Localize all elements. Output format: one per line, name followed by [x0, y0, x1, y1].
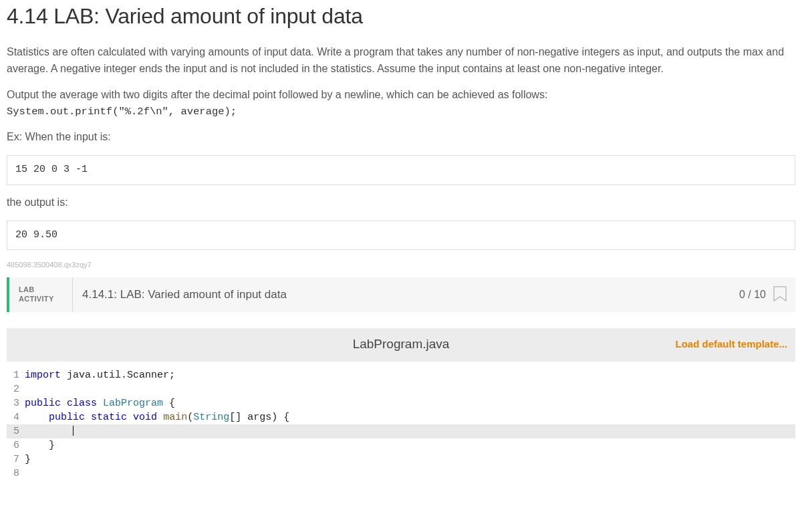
page-title: 4.14 LAB: Varied amount of input data [7, 0, 795, 32]
paragraph-intro: Statistics are often calculated with var… [7, 44, 795, 78]
output-label: the output is: [7, 194, 795, 211]
code-line-2 [25, 384, 31, 395]
activity-title: 4.14.1: LAB: Varied amount of input data [73, 277, 739, 312]
printf-code: System.out.printf("%.2f\n", average); [7, 106, 237, 118]
example-input-box: 15 20 0 3 -1 [7, 155, 795, 185]
score-text: 0 / 10 [739, 287, 766, 303]
code-line-8 [25, 468, 31, 479]
activity-score: 0 / 10 [739, 277, 795, 312]
filename-label: LabProgram.java [353, 335, 450, 354]
editor-toolbar: LabProgram.java Load default template... [7, 328, 795, 362]
example-output-box: 20 9.50 [7, 221, 795, 251]
paragraph-format: Output the average with two digits after… [7, 87, 795, 120]
example-intro: Ex: When the input is: [7, 129, 795, 146]
format-text: Output the average with two digits after… [7, 89, 547, 100]
activity-header: LAB ACTIVITY 4.14.1: LAB: Varied amount … [7, 277, 795, 312]
line-gutter: 1 2 3 4 56 7 8 [7, 368, 25, 481]
activity-type-line2: ACTIVITY [19, 295, 54, 303]
code-line-1: import java.util.Scanner; [25, 370, 175, 381]
load-default-template-button[interactable]: Load default template... [675, 337, 787, 352]
code-line-5 [25, 424, 795, 438]
code-line-3: public class LabProgram { [25, 398, 175, 409]
watermark-id: 485098.3500408.qx3zqy7 [7, 259, 795, 271]
activity-type-badge: LAB ACTIVITY [9, 277, 73, 312]
text-cursor [73, 426, 74, 436]
code-line-4: public static void main(String[] args) { [25, 412, 289, 423]
code-line-6: } [25, 440, 55, 451]
code-line-7: } [25, 454, 31, 465]
activity-type-line1: LAB [19, 285, 35, 294]
bookmark-icon[interactable] [773, 286, 787, 303]
code-content[interactable]: import java.util.Scanner; public class L… [25, 368, 795, 481]
code-editor[interactable]: 1 2 3 4 56 7 8 import java.util.Scanner;… [7, 362, 795, 481]
